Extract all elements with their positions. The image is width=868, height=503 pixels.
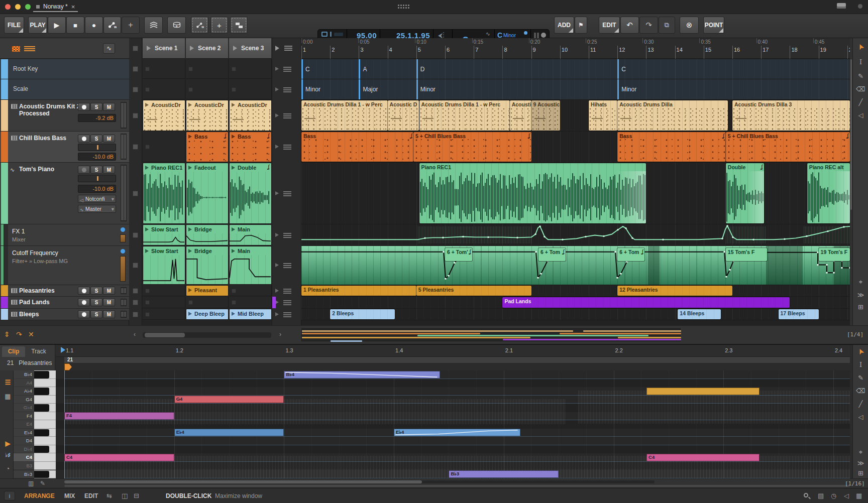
note-list-icon[interactable]: ▥ (28, 480, 34, 487)
draw-icon[interactable]: ✎ (40, 480, 45, 487)
midi-note[interactable]: B♭4 (284, 371, 440, 379)
row-overview-icon-padlands[interactable] (283, 300, 291, 305)
launcher-clip-drums-1[interactable]: AcousticDr (143, 100, 185, 131)
volume-value[interactable]: -9.2 dB (78, 114, 116, 122)
automation-follow-button[interactable]: ∿ (103, 43, 115, 54)
row-overview-icon-fx1[interactable] (283, 233, 291, 238)
pointer-tool-icon[interactable]: ➤ (854, 343, 867, 360)
arranger-row-rootkey[interactable]: CADC (301, 59, 850, 79)
track-header-padlands[interactable]: Pad LandsSM (0, 297, 129, 309)
arranger-clip[interactable]: 5 + Chill Blues Bassʆ (726, 132, 850, 162)
stop-clips-button-pleasantries[interactable] (133, 288, 138, 294)
automation-value-slider[interactable] (120, 256, 126, 282)
arranger-row-bleeps[interactable]: 2 Bleeps14 Bleeps17 Bleeps (301, 309, 850, 320)
mute-button[interactable]: M (103, 103, 115, 111)
arranger-clip[interactable]: 6 + Tom'ʆ (445, 248, 472, 261)
arranger-row-fx1[interactable] (301, 224, 850, 246)
knife-tool-icon[interactable]: ╱ (853, 400, 868, 408)
track-header-rootkey[interactable]: Root Key (0, 59, 129, 79)
automation-active-dot[interactable] (121, 227, 125, 232)
arranger-clip[interactable]: Acoustic Drums Dilla 3 (732, 100, 850, 131)
row-play-icon-pleasantries[interactable] (275, 289, 279, 293)
launcher-clip-fx1-1[interactable]: Slow Start (143, 224, 185, 245)
clip-play-icon[interactable] (145, 103, 149, 107)
mute-button[interactable]: M (103, 166, 115, 174)
add-menu-button[interactable]: ADD (554, 17, 574, 34)
tab-track[interactable]: Track (27, 346, 50, 357)
empty-clip-slot[interactable] (143, 297, 185, 308)
arranger-row-drums[interactable]: Acoustic Drums Dilla 1 - w PercAcoustic … (301, 100, 850, 132)
snap-icon[interactable]: ⌖ (853, 278, 868, 286)
scale-marker-bar[interactable] (359, 79, 360, 99)
clip-play-icon[interactable] (145, 166, 149, 170)
arranger-clip[interactable]: 9 Acoustic (531, 100, 560, 131)
clip-play-icon[interactable] (188, 103, 192, 107)
mode-arrange[interactable]: ARRANGE (24, 492, 55, 499)
follow-playback-icon[interactable]: ↷ (16, 330, 22, 338)
scene-play-icon[interactable] (233, 46, 237, 51)
point-menu-button[interactable]: POINT (703, 17, 724, 34)
close-project-icon[interactable]: × (71, 3, 75, 11)
undo-button[interactable]: ↶ (620, 17, 639, 34)
scene-list-icon[interactable] (284, 46, 292, 51)
display-profile-automation-button[interactable]: w (191, 17, 208, 34)
row-overview-icon-scale[interactable] (283, 87, 291, 92)
arranger-clip[interactable]: Acoustic Drums Dilla 1 - w Perc (301, 100, 388, 131)
piano-key-row[interactable]: D4 (14, 437, 56, 445)
volume-value[interactable]: -10.0 dB (78, 185, 116, 193)
clip-play-icon[interactable] (145, 249, 149, 253)
arranger-clip[interactable]: 1 Pleasantries (301, 286, 416, 296)
arranger-row-piano[interactable]: Piano REC1DoubleʆPiano REC alt (301, 163, 850, 224)
piano-key-row[interactable]: B♭4 (14, 370, 56, 379)
black-key[interactable] (34, 371, 49, 379)
track-height-icon[interactable]: ⇕ (4, 330, 10, 338)
editor-clip-reference[interactable]: 21 Pleasantries (0, 357, 55, 369)
arranger-clip[interactable]: 5 Pleasantries (416, 286, 531, 296)
piano-key-row[interactable]: B3 (14, 462, 56, 470)
arranger-row-bass[interactable]: Bassʆ5 + Chill Blues BassʆBassʆ5 + Chill… (301, 132, 850, 163)
record-arm-button[interactable] (78, 298, 90, 306)
arranger-clip[interactable]: 17 Bleeps (779, 309, 819, 319)
row-overview-icon-bass[interactable] (283, 145, 291, 150)
scene-scroll-play-icon[interactable] (275, 46, 279, 51)
launcher-clip-bass-2[interactable]: Bassʆ (186, 132, 229, 162)
row-overview-icon-bleeps[interactable] (283, 312, 291, 317)
launcher-clip-cutoff-3[interactable]: Main (229, 246, 272, 285)
clip-play-icon[interactable] (188, 166, 192, 170)
drag-handle-dots-icon[interactable] (398, 5, 410, 10)
piano-roll[interactable]: F4C4G4E♭4B♭4E♭4B♭3C4 (56, 370, 850, 478)
arranger-clip[interactable]: Acoustic Drums Dilla 1 - w Perc (419, 100, 510, 131)
launcher-clip-cutoff-1[interactable]: Slow Start (143, 246, 185, 285)
expand-icon[interactable]: ≫ (853, 291, 868, 299)
arranger-row-pleasantries[interactable]: 1 Pleasantries5 Pleasantries12 Pleasantr… (301, 285, 850, 297)
automation-value-slider[interactable] (120, 234, 126, 242)
output-select[interactable]: Notconfi◁ (78, 195, 116, 203)
display-profile-mixer-button[interactable] (230, 17, 248, 34)
file-menu-button[interactable]: FILE (4, 17, 24, 34)
arranger-ruler[interactable]: 0:000:050:100:150:200:250:300:350:400:45… (301, 38, 850, 59)
track-header-bass[interactable]: Chill Blues BassSM-10.0 dB (0, 132, 129, 163)
launcher-clip-bleeps-3[interactable]: Mid Bleep (229, 309, 272, 320)
scene-header-3[interactable]: Scene 3 (229, 38, 272, 59)
track-header-drums[interactable]: Acoustic Drums Kit 2ProcessedSM-9.2 dB (0, 100, 129, 132)
track-header-cutoff[interactable]: Cutoff FrequencyFilter+ » Low-pass MG (0, 246, 129, 285)
empty-clip-slot[interactable] (143, 132, 185, 162)
arranger-clip[interactable]: Piano REC alt (807, 163, 850, 223)
arranger-clip[interactable]: Bassʆ (301, 132, 413, 162)
row-overview-icon-rootkey[interactable] (283, 67, 291, 72)
row-play-icon-scale[interactable] (275, 87, 279, 91)
launcher-clip-drums-3[interactable]: AcousticDr (229, 100, 272, 131)
record-arm-button[interactable] (78, 166, 90, 174)
solo-button[interactable]: S (90, 135, 102, 143)
browser-icon-button[interactable]: + (167, 17, 186, 34)
empty-clip-slot[interactable] (186, 59, 229, 79)
pen-tool-icon[interactable]: ✎ (853, 72, 868, 80)
stop-all-clips-button[interactable] (133, 46, 138, 51)
empty-clip-slot[interactable] (143, 285, 185, 296)
black-key[interactable] (34, 446, 49, 453)
clip-play-icon[interactable] (232, 135, 235, 139)
record-arm-button[interactable] (78, 287, 90, 295)
row-play-icon-fx1[interactable] (275, 233, 279, 237)
row-overview-icon-cutoff[interactable] (283, 263, 291, 268)
black-key[interactable] (34, 471, 49, 478)
